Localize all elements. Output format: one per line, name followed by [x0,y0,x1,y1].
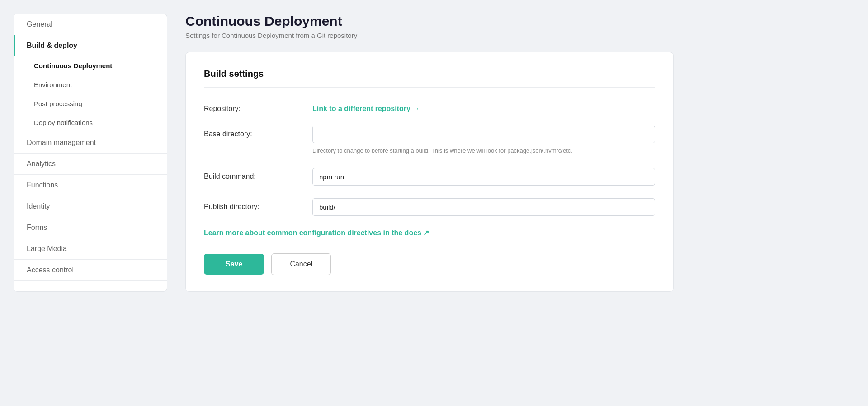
sidebar-sub-item-deploy-notifications[interactable]: Deploy notifications [14,113,167,132]
publish-directory-input[interactable] [312,198,655,216]
cancel-button[interactable]: Cancel [271,253,331,275]
repository-field: Link to a different repository → [312,100,655,113]
link-to-repo-button[interactable]: Link to a different repository → [312,100,420,113]
publish-directory-row: Publish directory: [204,198,655,216]
sidebar-item-general[interactable]: General [14,14,167,35]
main-content: Continuous Deployment Settings for Conti… [167,14,692,292]
base-directory-input[interactable] [312,126,655,143]
sidebar-item-domain-management[interactable]: Domain management [14,132,167,154]
repository-row: Repository: Link to a different reposito… [204,100,655,113]
build-command-label: Build command: [204,168,303,181]
sidebar: General Build & deploy Continuous Deploy… [14,14,167,292]
save-button[interactable]: Save [204,254,264,275]
sidebar-item-large-media[interactable]: Large Media [14,238,167,260]
publish-directory-label: Publish directory: [204,198,303,211]
page-subtitle: Settings for Continuous Deployment from … [185,32,674,39]
docs-link[interactable]: Learn more about common configuration di… [204,229,429,237]
sidebar-item-build-deploy[interactable]: Build & deploy [14,35,167,56]
sidebar-sub-item-continuous-deployment[interactable]: Continuous Deployment [14,56,167,75]
base-directory-row: Base directory: Directory to change to b… [204,126,655,155]
page-title: Continuous Deployment [185,14,674,29]
repository-label: Repository: [204,100,303,113]
build-command-field [312,168,655,186]
build-command-input[interactable] [312,168,655,186]
base-directory-hint: Directory to change to before starting a… [312,146,655,155]
sidebar-item-forms[interactable]: Forms [14,217,167,238]
build-command-row: Build command: [204,168,655,186]
sidebar-item-identity[interactable]: Identity [14,196,167,217]
build-settings-card: Build settings Repository: Link to a dif… [185,52,674,292]
sidebar-sub-item-environment[interactable]: Environment [14,75,167,94]
sidebar-item-analytics[interactable]: Analytics [14,154,167,175]
page-container: General Build & deploy Continuous Deploy… [14,14,692,292]
publish-directory-field [312,198,655,216]
base-directory-label: Base directory: [204,126,303,138]
build-settings-title: Build settings [204,69,655,88]
sidebar-item-functions[interactable]: Functions [14,175,167,196]
base-directory-field: Directory to change to before starting a… [312,126,655,155]
button-row: Save Cancel [204,253,655,275]
sidebar-sub-item-post-processing[interactable]: Post processing [14,94,167,113]
sidebar-item-access-control[interactable]: Access control [14,260,167,281]
